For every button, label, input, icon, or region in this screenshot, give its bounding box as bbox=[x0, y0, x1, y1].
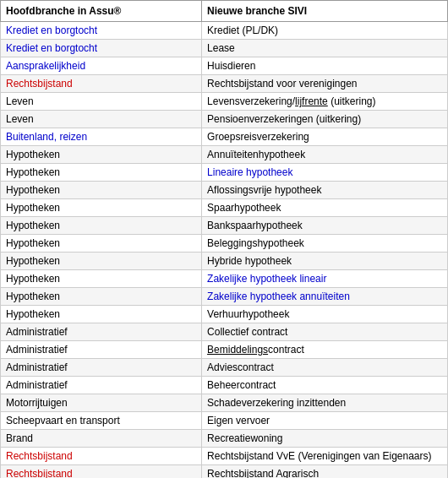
cell-left: Rechtsbijstand bbox=[1, 448, 202, 465]
table-row: AansprakelijkheidHuisdieren bbox=[1, 57, 448, 75]
table-row: HypothekenAflossingsvrije hypotheek bbox=[1, 182, 448, 199]
cell-right: Annuïteitenhypotheek bbox=[202, 146, 448, 164]
table-row: RechtsbijstandRechtsbijstand voor vereni… bbox=[1, 75, 448, 93]
cell-left: Motorrijtuigen bbox=[1, 394, 202, 412]
table-row: BrandRecreatiewoning bbox=[1, 430, 448, 448]
cell-right: Beheercontract bbox=[202, 377, 448, 394]
table-row: Buitenland, reizenGroepsreisverzekering bbox=[1, 128, 448, 146]
cell-left: Administratief bbox=[1, 359, 202, 377]
table-row: HypothekenVerhuurhypotheek bbox=[1, 306, 448, 323]
cell-left: Rechtsbijstand bbox=[1, 75, 202, 93]
cell-left: Hypotheken bbox=[1, 182, 202, 199]
cell-right: Zakelijke hypotheek annuïteiten bbox=[202, 288, 448, 306]
table-row: AdministratiefCollectief contract bbox=[1, 323, 448, 341]
table-row: LevenPensioenverzekeringen (uitkering) bbox=[1, 111, 448, 128]
table-row: AdministratiefAdviescontract bbox=[1, 359, 448, 377]
table-row: LevenLevensverzekering/lijfrente (uitker… bbox=[1, 93, 448, 111]
cell-right: Lease bbox=[202, 40, 448, 57]
cell-right: Spaarhypotheek bbox=[202, 199, 448, 217]
main-table: Hoofdbranche in Assu® Nieuwe branche SIV… bbox=[0, 0, 448, 478]
cell-right: Verhuurhypotheek bbox=[202, 306, 448, 323]
cell-right: Adviescontract bbox=[202, 359, 448, 377]
cell-left: Administratief bbox=[1, 341, 202, 359]
cell-right: Hybride hypotheek bbox=[202, 253, 448, 270]
cell-left: Leven bbox=[1, 93, 202, 111]
cell-right: Lineaire hypotheek bbox=[202, 164, 448, 182]
cell-left: Hypotheken bbox=[1, 199, 202, 217]
cell-right: Levensverzekering/lijfrente (uitkering) bbox=[202, 93, 448, 111]
cell-left: Hypotheken bbox=[1, 217, 202, 235]
cell-left: Krediet en borgtocht bbox=[1, 40, 202, 57]
cell-right: Bemiddelingscontract bbox=[202, 341, 448, 359]
cell-left: Hypotheken bbox=[1, 270, 202, 288]
cell-left: Hypotheken bbox=[1, 253, 202, 270]
cell-left: Leven bbox=[1, 111, 202, 128]
table-row: MotorrijtuigenSchadeverzekering inzitten… bbox=[1, 394, 448, 412]
cell-left: Brand bbox=[1, 430, 202, 448]
cell-right: Rechtsbijstand Agrarisch bbox=[202, 465, 448, 479]
cell-left: Administratief bbox=[1, 377, 202, 394]
table-row: HypothekenBeleggingshypotheek bbox=[1, 235, 448, 253]
cell-left: Hypotheken bbox=[1, 235, 202, 253]
cell-right: Rechtsbijstand VvE (Verenigingen van Eig… bbox=[202, 448, 448, 465]
cell-left: Hypotheken bbox=[1, 146, 202, 164]
cell-right: Zakelijke hypotheek lineair bbox=[202, 270, 448, 288]
cell-left: Buitenland, reizen bbox=[1, 128, 202, 146]
cell-right: Krediet (PL/DK) bbox=[202, 22, 448, 40]
cell-right: Groepsreisverzekering bbox=[202, 128, 448, 146]
table-row: Krediet en borgtochtKrediet (PL/DK) bbox=[1, 22, 448, 40]
table-row: Krediet en borgtochtLease bbox=[1, 40, 448, 57]
table-row: RechtsbijstandRechtsbijstand Agrarisch bbox=[1, 465, 448, 479]
table-row: HypothekenSpaarhypotheek bbox=[1, 199, 448, 217]
cell-left: Hypotheken bbox=[1, 306, 202, 323]
cell-right: Aflossingsvrije hypotheek bbox=[202, 182, 448, 199]
cell-left: Hypotheken bbox=[1, 288, 202, 306]
table-row: RechtsbijstandRechtsbijstand VvE (Vereni… bbox=[1, 448, 448, 465]
table-row: HypothekenZakelijke hypotheek annuïteite… bbox=[1, 288, 448, 306]
cell-left: Hypotheken bbox=[1, 164, 202, 182]
cell-left: Administratief bbox=[1, 323, 202, 341]
table-row: HypothekenHybride hypotheek bbox=[1, 253, 448, 270]
table-row: AdministratiefBemiddelingscontract bbox=[1, 341, 448, 359]
table-row: AdministratiefBeheercontract bbox=[1, 377, 448, 394]
header-nieuwe-branche: Nieuwe branche SIVI bbox=[202, 1, 448, 22]
header-hoofdbranche: Hoofdbranche in Assu® bbox=[1, 1, 202, 22]
table-row: HypothekenAnnuïteitenhypotheek bbox=[1, 146, 448, 164]
cell-right: Eigen vervoer bbox=[202, 412, 448, 430]
cell-right: Schadeverzekering inzittenden bbox=[202, 394, 448, 412]
cell-right: Collectief contract bbox=[202, 323, 448, 341]
table-row: HypothekenLineaire hypotheek bbox=[1, 164, 448, 182]
table-row: HypothekenBankspaarhypotheek bbox=[1, 217, 448, 235]
cell-right: Beleggingshypotheek bbox=[202, 235, 448, 253]
cell-right: Pensioenverzekeringen (uitkering) bbox=[202, 111, 448, 128]
table-row: HypothekenZakelijke hypotheek lineair bbox=[1, 270, 448, 288]
cell-left: Scheepvaart en transport bbox=[1, 412, 202, 430]
cell-right: Rechtsbijstand voor verenigingen bbox=[202, 75, 448, 93]
cell-left: Krediet en borgtocht bbox=[1, 22, 202, 40]
cell-left: Rechtsbijstand bbox=[1, 465, 202, 479]
cell-right: Huisdieren bbox=[202, 57, 448, 75]
cell-right: Bankspaarhypotheek bbox=[202, 217, 448, 235]
cell-right: Recreatiewoning bbox=[202, 430, 448, 448]
table-row: Scheepvaart en transportEigen vervoer bbox=[1, 412, 448, 430]
cell-left: Aansprakelijkheid bbox=[1, 57, 202, 75]
